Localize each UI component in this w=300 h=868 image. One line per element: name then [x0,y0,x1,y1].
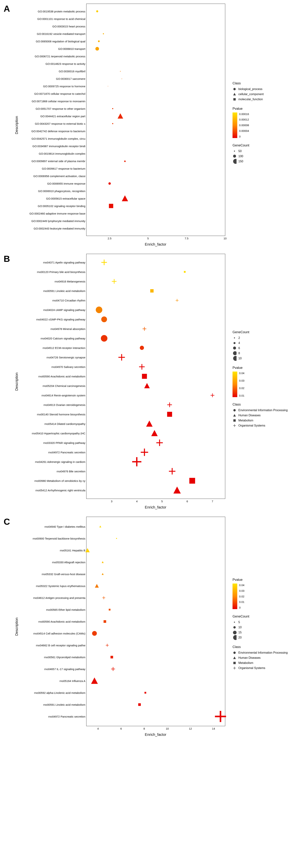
data-point [102,596,105,599]
y-tick-label: rno05414 Dilated cardiomyopathy [44,422,87,426]
data-point [111,667,115,671]
y-tick-label: rno05412 Arrhythmogenic right ventricula [36,489,87,492]
data-point [210,393,214,398]
y-tick-label: rno04972 Pancreatic secretion [48,715,87,718]
y-tick-label: GO:0042742 defense response to bacterium [31,129,87,132]
y-tick-label: rno04662 B cell receptor signaling pathw [36,644,87,647]
y-tick-label: rno05161 Hepatitis B [60,549,87,552]
legend-pvalue: Pvalue0.040.030.020.010 [233,578,288,609]
data-point [144,383,150,389]
y-tick-label: GO:0042571 immunoglobulin complex, circu [32,137,87,140]
y-tick-label: rno04514 Cell adhesion molecules (CAMs) [33,632,87,635]
y-tick-label: rno05322 Systemic lupus erythematosus [36,584,87,587]
y-tick-label: GO:0065008 regulation of biological qual [36,40,87,43]
y-tick-label: GO:0030016 myofibril [59,69,87,73]
data-point [112,123,113,124]
legend-genecount: GeneCount246810 [233,330,288,361]
svg-marker-20 [124,160,126,162]
legend-item: cellular_component [233,92,264,96]
y-tick-label: GO:0009897 external side of plasma membr [32,159,87,162]
data-point [116,538,117,539]
legend-item: Human Diseases [233,413,288,417]
legend-pvalue: Pvalue0.000160.000120.000080.000040 [233,107,264,138]
legend: Classbiological_processcellular_componen… [233,82,264,169]
y-tick-label: rno05330 Allograft rejection [52,561,87,564]
y-tick-label: GO:0051707 response to other organism [36,107,87,110]
y-tick-label: GO:0003015 heart process [52,25,87,28]
svg-marker-87 [102,573,104,575]
svg-marker-62 [151,430,158,436]
data-point [120,71,121,71]
svg-point-75 [233,346,236,349]
svg-point-23 [108,182,111,185]
y-tick-label: GO:0009725 response to hormone [43,85,87,88]
data-point [108,609,111,611]
svg-rect-64 [156,442,163,443]
svg-marker-109 [233,657,236,659]
data-point [96,10,98,12]
data-point [122,195,128,202]
svg-point-76 [233,351,237,355]
data-point [100,334,108,343]
y-tick-label: rno04970 Salivary secretion [52,365,87,368]
y-tick-label: GO:0030017 sarcomere [56,77,87,80]
y-tick-label: rno04612 Antigen processing and presenta [33,596,87,599]
legend-genecount: GeneCount50100150 [233,144,264,163]
svg-point-48 [101,335,107,342]
data-point [146,420,153,427]
svg-rect-90 [102,597,105,598]
svg-marker-88 [95,584,99,588]
x-axis-label: Enrich_factor [86,505,225,509]
data-point [151,430,158,437]
data-point [103,33,104,34]
legend-item: molecular_function [233,97,264,101]
y-tick-label: rno00980 Metabolism of xenobiotics by cy [34,479,87,483]
x-tick-label: 10 [166,726,169,730]
y-tick-label: GO:0009617 response to bacterium [42,167,87,170]
y-tick-label: rno04261 Adrenergic signaling in cardiom [35,460,87,463]
data-point [101,259,107,266]
svg-point-45 [101,316,107,322]
legend-item: 4 [233,341,288,345]
legend-item: Environmental Information Processing [233,408,288,412]
chart-panel-B: BDescriptionrno04371 Apelin signaling pa… [4,254,300,509]
x-tick-label: 4 [136,499,137,503]
y-tick-label: GO:0006721 terpenoid metabolic process [35,55,87,58]
legend-item: Metabolism [233,661,288,665]
y-tick-label: rno05164 Influenza A [60,679,87,682]
data-point [85,548,90,553]
y-tick-label: GO:0071870 cellular response to catechol [34,92,87,95]
svg-marker-79 [233,414,236,416]
svg-marker-86 [102,561,104,563]
svg-rect-98 [111,669,115,669]
svg-marker-61 [146,421,153,427]
svg-rect-43 [176,300,179,301]
y-tick-label: rno00900 Terpenoid backbone biosynthesis [33,537,87,540]
data-point [150,289,154,293]
legend-item: 10 [233,625,288,629]
x-tick-label: 14 [212,726,215,730]
data-point [100,316,108,323]
data-point [98,40,100,42]
x-tick-label: 8 [143,726,145,730]
y-tick-label: rno00591 Linoleic acid metabolism [43,289,87,292]
y-tick-label: GO:0014823 response to activity [45,62,87,65]
svg-point-13 [112,108,113,109]
panel-label: B [4,254,10,264]
y-axis-label: Description [14,116,19,134]
data-point [140,448,148,457]
svg-rect-37 [101,262,107,263]
legend-class: ClassEnvironmental Information Processin… [233,645,288,670]
y-tick-label: rno04371 Apelin signaling pathway [43,261,87,264]
svg-rect-54 [142,374,147,379]
y-tick-label: rno04976 Bile secretion [57,470,87,473]
data-point [141,373,147,379]
svg-point-78 [233,409,236,411]
panel-label: C [4,517,10,527]
legend-item: biological_process [233,87,264,91]
y-tick-label: rno04972 Pancreatic secretion [48,451,87,454]
svg-rect-112 [233,668,236,668]
svg-marker-14 [118,113,123,119]
legend-item: 5 [233,620,288,624]
y-tick-label: GO:0019538 protein metabolic process [38,10,87,13]
